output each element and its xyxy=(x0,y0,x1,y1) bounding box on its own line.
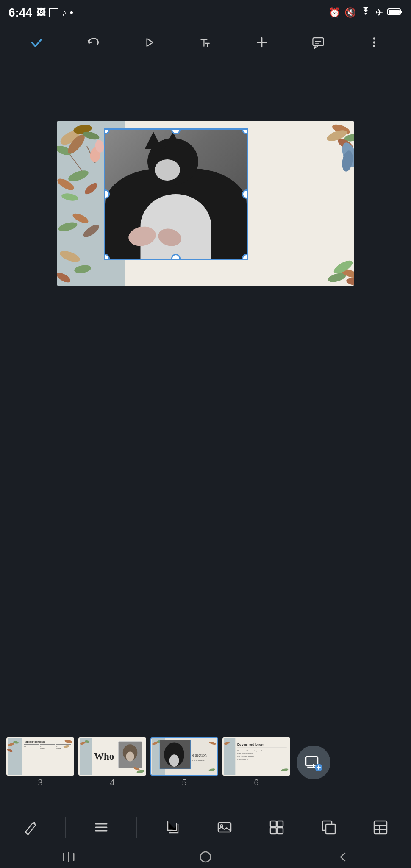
mute-icon: 🔇 xyxy=(344,7,356,18)
bottom-toolbar xyxy=(0,808,411,846)
grid-icon xyxy=(372,818,389,836)
adjust-icon xyxy=(268,818,286,836)
svg-point-6 xyxy=(373,45,375,47)
svg-line-12 xyxy=(70,155,83,172)
thumbnail-number-3: 3 xyxy=(38,778,42,787)
undo-button[interactable] xyxy=(80,30,106,55)
svg-rect-90 xyxy=(270,828,276,834)
image-element[interactable] xyxy=(104,128,248,260)
play-button[interactable] xyxy=(136,30,162,55)
status-left: 6:44 🖼 ♪ • xyxy=(8,6,73,19)
wifi-icon xyxy=(360,7,371,18)
thumbnail-item-6[interactable]: Do you need longer Here is text that can… xyxy=(222,737,290,787)
thumbnail-number-6: 6 xyxy=(254,778,258,787)
svg-text:e section: e section xyxy=(192,753,207,757)
top-toolbar xyxy=(0,25,411,59)
svg-text:and you can delete it: and you can delete it xyxy=(237,755,254,757)
more-options-button[interactable] xyxy=(361,30,387,55)
nav-bar xyxy=(0,846,411,868)
nav-home-button[interactable] xyxy=(189,849,222,865)
thumbnail-number-4: 4 xyxy=(110,778,114,787)
pencil-icon xyxy=(21,818,39,836)
square-icon xyxy=(49,8,58,17)
dot-indicator: • xyxy=(70,7,73,18)
svg-rect-105 xyxy=(200,852,211,862)
thumbnail-3[interactable]: Table of contents 01 02Name 03Name xyxy=(6,737,74,776)
thumbnail-item-3[interactable]: Table of contents 01 02Name 03Name 3 xyxy=(6,737,74,787)
svg-point-20 xyxy=(81,223,101,239)
nav-back-button[interactable] xyxy=(325,849,359,865)
svg-point-23 xyxy=(57,271,72,284)
adjust-tool[interactable] xyxy=(260,812,294,842)
canvas-area: e section f you need it xyxy=(0,59,411,348)
svg-point-4 xyxy=(373,37,375,39)
thumbnail-strip: Table of contents 01 02Name 03Name 3 xyxy=(0,725,411,799)
svg-rect-86 xyxy=(218,823,231,832)
svg-point-50 xyxy=(126,751,134,761)
svg-point-61 xyxy=(169,754,179,767)
divider-1 xyxy=(65,817,66,838)
svg-rect-88 xyxy=(270,821,276,827)
svg-point-22 xyxy=(74,264,92,275)
layers-icon xyxy=(320,818,338,836)
svg-point-5 xyxy=(373,41,375,43)
thumbnail-5[interactable]: e section f you need it xyxy=(150,737,218,776)
add-button[interactable] xyxy=(249,30,275,55)
status-icons: 🖼 ♪ • xyxy=(36,7,73,18)
bottom-right-botanical xyxy=(294,235,354,286)
comment-button[interactable] xyxy=(305,30,331,55)
thumbnail-item-5[interactable]: e section f you need it 5 xyxy=(150,737,218,787)
svg-rect-97 xyxy=(326,824,335,834)
svg-point-16 xyxy=(83,181,99,196)
thumbnail-4[interactable]: Who xyxy=(78,737,146,776)
layers-tool[interactable] xyxy=(312,812,346,842)
time-display: 6:44 xyxy=(8,6,32,19)
airplane-icon: ✈ xyxy=(375,7,383,18)
svg-point-21 xyxy=(58,249,81,264)
thumbnail-6[interactable]: Do you need longer Here is text that can… xyxy=(222,737,290,776)
svg-point-18 xyxy=(57,220,78,233)
svg-rect-2 xyxy=(389,10,400,14)
thumbnail-item-4[interactable]: Who 4 xyxy=(78,737,146,787)
battery-icon xyxy=(387,8,403,18)
rotation-line xyxy=(175,128,177,130)
home-icon xyxy=(199,851,212,863)
svg-rect-1 xyxy=(400,11,402,13)
svg-text:Here is text that can be place: Here is text that can be placed xyxy=(237,749,262,751)
status-right: ⏰ 🔇 ✈ xyxy=(329,7,403,18)
svg-rect-98 xyxy=(374,821,387,834)
layout-tool[interactable] xyxy=(364,812,397,842)
photos-icon: 🖼 xyxy=(36,7,46,18)
thumbnail-number-5: 5 xyxy=(182,778,186,787)
svg-point-15 xyxy=(67,168,90,184)
alarm-icon: ⏰ xyxy=(329,7,340,18)
svg-rect-76 xyxy=(306,757,318,766)
nav-menu-button[interactable] xyxy=(52,849,86,865)
add-slide-button[interactable] xyxy=(297,746,330,779)
divider-2 xyxy=(136,817,137,838)
crop-tool[interactable] xyxy=(156,812,189,842)
text-format-button[interactable] xyxy=(193,30,218,55)
status-bar: 6:44 🖼 ♪ • ⏰ 🔇 ✈ xyxy=(0,0,411,25)
top-right-botanical xyxy=(286,121,354,180)
tiktok-icon: ♪ xyxy=(62,7,67,18)
svg-text:Do you need longer: Do you need longer xyxy=(237,743,264,746)
check-button[interactable] xyxy=(24,30,49,55)
crop-icon xyxy=(164,818,181,836)
back-icon xyxy=(337,851,347,863)
svg-point-17 xyxy=(61,192,79,202)
svg-point-35 xyxy=(346,277,354,286)
svg-rect-89 xyxy=(277,821,283,827)
slide-container[interactable]: e section f you need it xyxy=(57,121,354,286)
svg-rect-91 xyxy=(277,828,283,834)
svg-text:Who: Who xyxy=(94,751,114,761)
draw-tool[interactable] xyxy=(13,812,47,842)
lines-icon xyxy=(92,818,110,836)
image-tool[interactable] xyxy=(208,812,242,842)
slide: e section f you need it xyxy=(57,121,354,286)
menu-icon xyxy=(61,851,76,863)
svg-text:if you need to: if you need to xyxy=(237,758,248,760)
svg-text:f you need it: f you need it xyxy=(192,759,206,762)
format-tool[interactable] xyxy=(84,812,118,842)
image-icon xyxy=(216,818,233,836)
